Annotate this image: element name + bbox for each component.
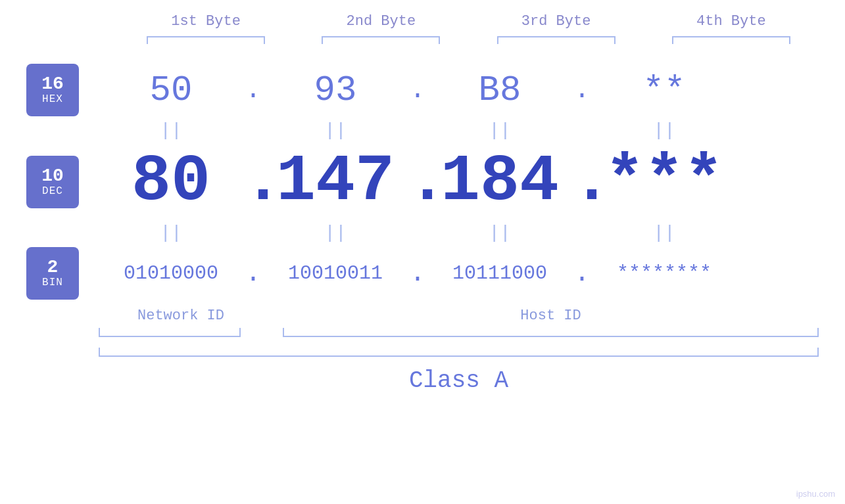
dec-dot1: .: [243, 149, 263, 215]
bin-b1: 01010000: [99, 262, 243, 285]
class-label: Class A: [99, 367, 819, 394]
equals-row-1: || || || ||: [99, 116, 819, 145]
host-id-bracket: [283, 328, 819, 337]
eq1-b4: ||: [592, 120, 736, 141]
bin-badge-number: 2: [47, 258, 59, 277]
byte1-label: 1st Byte: [140, 13, 272, 30]
bin-b2: 10010011: [263, 262, 408, 285]
byte-headers: 1st Byte 2nd Byte 3rd Byte 4th Byte: [118, 13, 819, 30]
main-container: 1st Byte 2nd Byte 3rd Byte 4th Byte 16 H…: [0, 0, 845, 504]
dec-b4: ***: [592, 145, 736, 219]
byte4-label: 4th Byte: [665, 13, 797, 30]
hex-dot2: .: [408, 76, 427, 105]
dec-badge: 10 DEC: [26, 156, 79, 208]
network-id-bracket: [99, 328, 241, 337]
dec-dot3: .: [572, 149, 592, 215]
bracket-b4: [672, 36, 790, 44]
bin-badge: 2 BIN: [26, 247, 79, 300]
id-labels: Network ID Host ID: [99, 308, 819, 324]
hex-b3: B8: [427, 70, 572, 110]
hex-badge-number: 16: [41, 75, 64, 93]
bin-dot2: .: [408, 259, 427, 288]
eq2-b1: ||: [99, 223, 243, 243]
dec-row: 10 DEC 80 . 147 . 184 . ***: [26, 145, 819, 219]
bottom-labels: Network ID Host ID Class A: [99, 308, 819, 394]
equals-row-2: || || || ||: [99, 219, 819, 247]
host-id-label: Host ID: [283, 308, 819, 324]
hex-badge-label: HEX: [42, 93, 63, 105]
eq2-b2: ||: [263, 223, 408, 243]
bin-values: 01010000 . 10010011 . 10111000 . *******…: [99, 259, 819, 288]
dec-dot2: .: [408, 149, 427, 215]
hex-dot3: .: [572, 76, 592, 105]
bottom-brackets: [99, 328, 819, 337]
dec-badge-label: DEC: [42, 185, 63, 197]
eq2-b3: ||: [427, 223, 572, 243]
hex-row: 16 HEX 50 . 93 . B8 . **: [26, 64, 819, 116]
eq1-b3: ||: [427, 120, 572, 141]
hex-dot1: .: [243, 76, 263, 105]
eq1-b1: ||: [99, 120, 243, 141]
dec-b1: 80: [99, 145, 243, 219]
hex-b1: 50: [99, 70, 243, 110]
bin-badge-label: BIN: [42, 277, 63, 288]
hex-b2: 93: [263, 70, 408, 110]
bin-row: 2 BIN 01010000 . 10010011 . 10111000 . *…: [26, 247, 819, 300]
hex-values: 50 . 93 . B8 . **: [99, 70, 819, 110]
dec-b3: 184: [427, 145, 572, 219]
full-width-bracket: [99, 348, 819, 357]
bin-b4: ********: [592, 262, 736, 285]
watermark: ipshu.com: [796, 489, 835, 499]
bracket-b2: [322, 36, 440, 44]
bin-dot3: .: [572, 259, 592, 288]
network-id-label: Network ID: [99, 308, 263, 324]
dec-badge-number: 10: [41, 167, 64, 185]
hex-b4: **: [592, 70, 736, 110]
eq2-b4: ||: [592, 223, 736, 243]
hex-badge: 16 HEX: [26, 64, 79, 116]
bracket-b1: [147, 36, 265, 44]
byte3-label: 3rd Byte: [491, 13, 622, 30]
top-brackets: [118, 36, 819, 44]
dec-b2: 147: [263, 145, 408, 219]
bin-dot1: .: [243, 259, 263, 288]
bin-b3: 10111000: [427, 262, 572, 285]
eq1-b2: ||: [263, 120, 408, 141]
bracket-b3: [497, 36, 616, 44]
byte2-label: 2nd Byte: [315, 13, 447, 30]
dec-values: 80 . 147 . 184 . ***: [99, 145, 819, 219]
